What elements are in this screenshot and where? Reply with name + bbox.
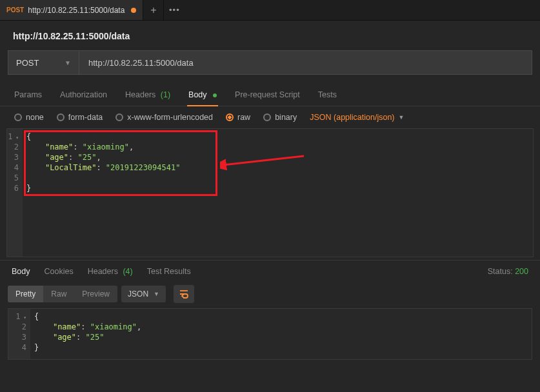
code-area[interactable]: { "name": "xiaoming", "age": "25", "Loca… [23,129,533,257]
radio-binary[interactable]: binary [263,113,297,122]
line-gutter: 1 ▾234 [8,309,30,359]
tab-body[interactable]: Body [187,85,218,106]
response-bar: Body Cookies Headers (4) Test Results St… [0,260,540,280]
wrap-lines-button[interactable] [174,285,194,303]
chevron-down-icon: ▼ [154,291,159,297]
radio-icon [14,113,22,121]
radio-icon [263,113,271,121]
body-active-indicator-icon [213,93,217,97]
request-body-editor[interactable]: 1 ▾ 23456 { "name": "xiaoming", "age": "… [6,128,534,257]
tab-url: http://10.82.25.11:5000/data [28,6,125,15]
view-pretty[interactable]: Pretty [8,286,43,302]
response-view-controls: Pretty Raw Preview JSON ▼ [0,280,540,306]
status-indicator: Status: 200 [488,267,528,276]
tab-params[interactable]: Params [13,85,43,106]
content-type-select[interactable]: JSON (application/json) ▼ [310,113,404,122]
method-select-value: POST [16,58,39,68]
resp-tab-cookies[interactable]: Cookies [45,267,74,276]
radio-formdata[interactable]: form-data [57,113,103,122]
unsaved-indicator-icon [131,8,136,13]
tab-prerequest[interactable]: Pre-request Script [234,85,301,106]
request-tab[interactable]: POST http://10.82.25.11:5000/data [0,0,143,20]
line-gutter: 1 ▾ 23456 [7,129,23,257]
page-title: http://10.82.25.11:5000/data [0,21,540,50]
method-select[interactable]: POST ▼ [8,50,79,75]
url-input-value: http://10.82.25.11:5000/data [88,58,194,68]
body-type-row: none form-data x-www-form-urlencoded raw… [0,106,540,124]
request-subtabs: Params Authorization Headers (1) Body Pr… [0,83,540,106]
wrap-icon [179,289,189,299]
radio-raw[interactable]: raw [226,113,250,122]
new-tab-button[interactable]: + [143,0,164,20]
resp-tab-headers[interactable]: Headers (4) [88,267,133,276]
chevron-down-icon: ▼ [65,59,71,66]
view-preview[interactable]: Preview [74,286,117,302]
tab-tests[interactable]: Tests [317,85,338,106]
response-format-select[interactable]: JSON ▼ [121,286,166,302]
chevron-down-icon: ▼ [399,114,405,121]
response-body-editor[interactable]: 1 ▾234 { "name": "xiaoming", "age": "25"… [8,308,532,360]
url-input[interactable]: http://10.82.25.11:5000/data [79,50,532,75]
view-raw[interactable]: Raw [43,286,74,302]
radio-icon [57,113,65,121]
radio-xwww[interactable]: x-www-form-urlencoded [115,113,213,122]
tab-headers[interactable]: Headers (1) [124,85,172,106]
tab-authorization[interactable]: Authorization [59,85,108,106]
request-line: POST ▼ http://10.82.25.11:5000/data [0,50,540,83]
tab-method: POST [6,6,24,14]
tab-bar: POST http://10.82.25.11:5000/data + ••• [0,0,540,21]
radio-icon [115,113,123,121]
radio-icon [226,113,234,121]
resp-tab-body[interactable]: Body [12,267,30,276]
resp-tab-testresults[interactable]: Test Results [147,267,191,276]
radio-none[interactable]: none [14,113,44,122]
tab-menu-button[interactable]: ••• [164,0,185,20]
view-mode-segment: Pretty Raw Preview [8,286,117,302]
code-area: { "name": "xiaoming", "age": "25" } [30,309,532,359]
